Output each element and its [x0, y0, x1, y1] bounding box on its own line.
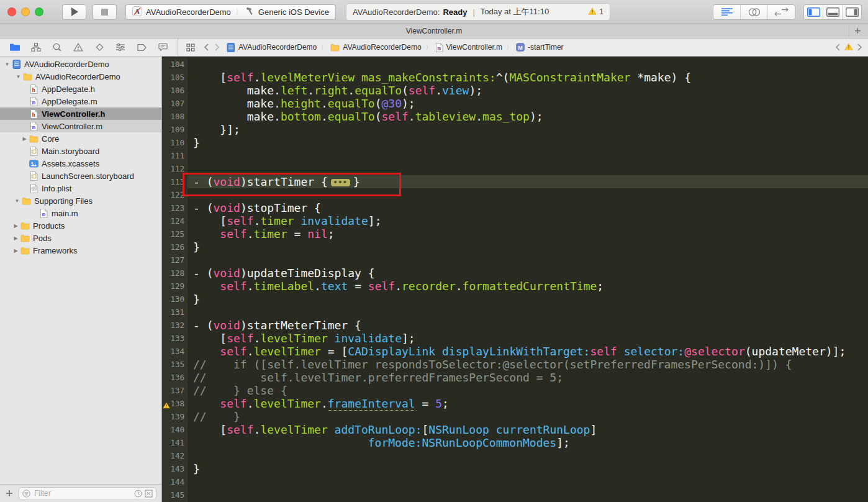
- line-number[interactable]: 130: [162, 293, 188, 306]
- code-text[interactable]: // }: [188, 410, 868, 423]
- sidebar-item-avaudiorecorderdemo[interactable]: ▼AVAudioRecorderDemo: [0, 58, 161, 70]
- code-text[interactable]: [188, 449, 868, 462]
- next-issue-button[interactable]: [857, 43, 862, 51]
- code-text[interactable]: forMode:NSRunLoopCommonModes];: [188, 436, 868, 449]
- sidebar-item-info-plist[interactable]: Info.plist: [0, 182, 161, 194]
- line-number[interactable]: 133: [162, 332, 188, 345]
- code-text[interactable]: }: [188, 136, 868, 149]
- code-line-123[interactable]: 123- (void)stopTimer {: [162, 201, 868, 214]
- line-number[interactable]: 137: [162, 384, 188, 397]
- breadcrumb-item[interactable]: mViewController.m: [435, 43, 502, 52]
- line-number[interactable]: 125: [162, 227, 188, 240]
- sidebar-item-assets-xcassets[interactable]: Assets.xcassets: [0, 157, 161, 170]
- code-line-106[interactable]: 106 make.left.right.equalTo(self.view);: [162, 84, 868, 97]
- standard-editor-button[interactable]: [713, 5, 741, 19]
- code-text[interactable]: [self.timer invalidate];: [188, 214, 868, 227]
- disclosure-triangle-icon[interactable]: ▶: [12, 235, 20, 241]
- version-editor-button[interactable]: [768, 5, 795, 19]
- code-line-108[interactable]: 108 make.bottom.equalTo(self.tableview.m…: [162, 110, 868, 123]
- code-line-136[interactable]: 136// self.levelTimer.preferredFramesPer…: [162, 371, 868, 384]
- filter-input[interactable]: [33, 488, 132, 498]
- line-number[interactable]: 129: [162, 280, 188, 293]
- source-editor[interactable]: 104105 [self.levelMeterView mas_makeCons…: [162, 57, 868, 502]
- code-text[interactable]: - (void)updateTimeDisplay {: [188, 267, 868, 280]
- code-line-142[interactable]: 142: [162, 449, 868, 462]
- disclosure-triangle-icon[interactable]: ▶: [12, 248, 20, 253]
- code-line-113[interactable]: 113- (void)startTimer {•••}: [162, 175, 868, 188]
- code-line-111[interactable]: 111: [162, 149, 868, 162]
- code-text[interactable]: [188, 475, 868, 488]
- code-text[interactable]: }: [188, 240, 868, 253]
- code-line-109[interactable]: 109 }];: [162, 123, 868, 136]
- line-number[interactable]: 122: [162, 188, 188, 201]
- line-number[interactable]: 138: [162, 397, 188, 410]
- sidebar-item-pods[interactable]: ▶Pods: [0, 232, 161, 244]
- warning-count-badge[interactable]: 1: [588, 7, 604, 17]
- code-line-143[interactable]: 143}: [162, 462, 868, 475]
- line-number[interactable]: 141: [162, 436, 188, 449]
- code-text[interactable]: [self.levelTimer addToRunLoop:[NSRunLoop…: [188, 423, 868, 436]
- disclosure-triangle-icon[interactable]: ▶: [12, 223, 20, 229]
- line-number[interactable]: 144: [162, 475, 188, 488]
- code-text[interactable]: self.levelTimer.frameInterval = 5;: [188, 397, 868, 410]
- line-number[interactable]: 143: [162, 462, 188, 475]
- sidebar-item-appdelegate-m[interactable]: mAppDelegate.m: [0, 95, 161, 107]
- scm-status-filter-icon[interactable]: [145, 490, 153, 498]
- line-number[interactable]: 109: [162, 123, 188, 136]
- scheme-name[interactable]: AVAudioRecorderDemo: [146, 7, 231, 17]
- code-line-144[interactable]: 144: [162, 475, 868, 488]
- warning-icon[interactable]: [844, 43, 853, 52]
- code-text[interactable]: - (void)startMeterTimer {: [188, 319, 868, 332]
- line-number[interactable]: 140: [162, 423, 188, 436]
- debug-panel-button[interactable]: [823, 5, 843, 19]
- line-number[interactable]: 111: [162, 149, 188, 162]
- code-line-125[interactable]: 125 self.timer = nil;: [162, 227, 868, 240]
- code-text[interactable]: // } else {: [188, 384, 868, 397]
- test-navigator-icon[interactable]: [93, 40, 106, 54]
- code-text[interactable]: - (void)stopTimer {: [188, 201, 868, 214]
- line-number[interactable]: 105: [162, 71, 188, 84]
- navigator-panel-button[interactable]: [804, 5, 823, 19]
- disclosure-triangle-icon[interactable]: ▼: [13, 198, 21, 204]
- code-text[interactable]: [188, 188, 868, 201]
- sidebar-item-frameworks[interactable]: ▶Frameworks: [0, 244, 161, 257]
- code-line-128[interactable]: 128- (void)updateTimeDisplay {: [162, 267, 868, 280]
- code-line-134[interactable]: 134 self.levelTimer = [CADisplayLink dis…: [162, 345, 868, 358]
- line-number[interactable]: 126: [162, 240, 188, 253]
- code-line-104[interactable]: 104: [162, 58, 868, 71]
- code-line-126[interactable]: 126}: [162, 240, 868, 253]
- code-text[interactable]: self.timeLabel.text = self.recorder.form…: [188, 280, 868, 293]
- project-navigator-icon[interactable]: [8, 40, 22, 54]
- inspector-panel-button[interactable]: [843, 5, 861, 19]
- code-text[interactable]: make.height.equalTo(@30);: [188, 97, 868, 110]
- disclosure-triangle-icon[interactable]: ▼: [14, 74, 22, 80]
- issue-navigator-icon[interactable]: [71, 40, 85, 54]
- breadcrumb-item[interactable]: AVAudioRecorderDemo: [330, 43, 421, 52]
- assistant-editor-button[interactable]: [741, 5, 768, 19]
- add-tab-button[interactable]: [849, 24, 866, 37]
- sidebar-item-products[interactable]: ▶Products: [0, 219, 161, 232]
- line-number[interactable]: 139: [162, 410, 188, 423]
- sidebar-item-supporting-files[interactable]: ▼Supporting Files: [0, 194, 161, 207]
- zoom-window-button[interactable]: [35, 7, 43, 16]
- code-line-112[interactable]: 112: [162, 162, 868, 175]
- code-line-132[interactable]: 132- (void)startMeterTimer {: [162, 319, 868, 332]
- line-number[interactable]: 128: [162, 267, 188, 280]
- code-line-141[interactable]: 141 forMode:NSRunLoopCommonModes];: [162, 436, 868, 449]
- breakpoint-navigator-icon[interactable]: [135, 40, 148, 54]
- line-number[interactable]: 104: [162, 58, 188, 71]
- code-line-105[interactable]: 105 [self.levelMeterView mas_makeConstra…: [162, 71, 868, 84]
- back-button[interactable]: [204, 43, 209, 51]
- line-number[interactable]: 108: [162, 110, 188, 123]
- code-text[interactable]: make.left.right.equalTo(self.view);: [188, 84, 868, 97]
- minimize-window-button[interactable]: [21, 7, 30, 16]
- forward-button[interactable]: [215, 43, 220, 51]
- code-line-110[interactable]: 110}: [162, 136, 868, 149]
- line-number[interactable]: 145: [162, 488, 188, 501]
- code-line-129[interactable]: 129 self.timeLabel.text = self.recorder.…: [162, 280, 868, 293]
- code-line-145[interactable]: 145: [162, 488, 868, 501]
- close-window-button[interactable]: [7, 7, 16, 16]
- stop-button[interactable]: [93, 4, 117, 20]
- code-text[interactable]: self.levelTimer = [CADisplayLink display…: [188, 345, 868, 358]
- line-number[interactable]: 112: [162, 162, 188, 175]
